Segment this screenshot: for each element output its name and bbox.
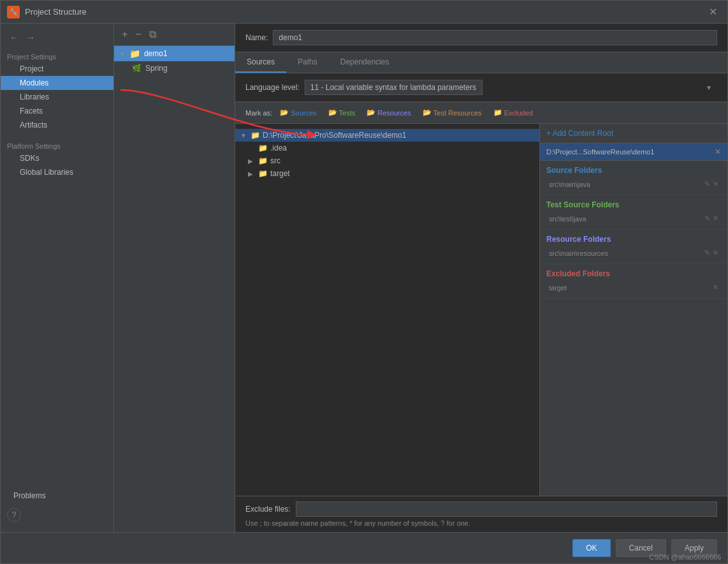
add-content-root-button[interactable]: + Add Content Root [546,129,613,138]
module-item-demo1[interactable]: ▼ 📁 demo1 [114,46,235,61]
tree-item-src-label: src [270,156,280,165]
sidebar-item-sdks[interactable]: SDKs [1,151,113,165]
tree-folder-idea-icon: 📁 [258,144,268,152]
test-source-folders-title: Test Source Folders [546,200,721,209]
tree-item-target[interactable]: ▶ 📁 target [235,167,539,180]
mark-as-label: Mark as: [245,109,272,117]
project-settings-label: Project Settings [1,49,113,62]
tab-paths[interactable]: Paths [286,52,329,73]
tree-item-src[interactable]: ▶ 📁 src [235,154,539,167]
excluded-folder-entry: target ✕ [546,282,721,293]
remove-module-button[interactable]: − [133,27,143,41]
sidebar-item-problems[interactable]: Problems [1,489,113,503]
module-item-label: demo1 [144,49,168,58]
resource-folder-edit-button[interactable]: ✎ [704,249,710,257]
exclude-files-label: Exclude files: [245,505,291,514]
sidebar-item-facets[interactable]: Facets [1,104,113,118]
excluded-folder-remove-button[interactable]: ✕ [713,283,718,292]
tree-folder-root-icon: 📁 [251,131,260,140]
resource-folder-remove-button[interactable]: ✕ [713,249,718,257]
split-area: ▼ 📁 D:\Project\JavaPro\SoftwareReuse\dem… [235,124,727,496]
tree-arrow-target: ▶ [248,170,256,177]
tab-sources[interactable]: Sources [235,52,286,73]
close-button[interactable]: ✕ [705,4,721,19]
exclude-hint: Use ; to separate name patterns, * for a… [245,517,717,527]
module-arrow: ▼ [119,50,126,57]
excluded-folder-path: target [549,284,567,292]
source-folder-actions: ✎ ✕ [704,180,718,188]
info-header: + Add Content Root [540,124,727,144]
title-bar-left: 🔧 Project Structure [7,6,87,19]
mark-tests-button[interactable]: 📂 Tests [324,107,360,118]
tree-item-idea[interactable]: 📁 .idea [235,142,539,154]
tree-folder-target-icon: 📁 [258,169,268,178]
mark-resources-label: Resources [377,109,411,117]
sidebar: ← → Project Settings Project Modules Lib… [1,24,114,532]
mark-sources-button[interactable]: 📂 Sources [276,107,320,118]
footer: OK Cancel Apply [1,532,727,563]
copy-module-button[interactable]: ⧉ [147,27,159,41]
mark-resources-button[interactable]: 📂 Resources [363,107,415,118]
module-toolbar: + − ⧉ [114,24,235,46]
source-folder-remove-button[interactable]: ✕ [713,180,718,188]
info-panel: + Add Content Root D:\Project...Software… [539,124,727,496]
mark-excluded-button[interactable]: 📁 Excluded [490,107,537,118]
name-input[interactable] [273,30,717,45]
sidebar-item-project[interactable]: Project [1,62,113,76]
help-button[interactable]: ? [7,508,21,522]
tree-folder-src-icon: 📁 [258,156,268,165]
name-label: Name: [245,33,268,42]
source-folder-edit-button[interactable]: ✎ [704,180,710,188]
language-level-select-wrap: 11 - Local variable syntax for lambda pa… [305,80,717,95]
test-source-folders-section: Test Source Folders src\test\java ✎ ✕ [540,195,727,230]
tree-item-root-label: D:\Project\JavaPro\SoftwareReuse\demo1 [263,131,406,140]
platform-settings-label: Platform Settings [1,138,113,151]
sidebar-item-modules[interactable]: Modules [1,76,113,90]
exclude-files-input[interactable] [296,501,717,517]
path-close-button[interactable]: ✕ [715,147,721,156]
source-folders-title: Source Folders [546,166,721,175]
back-button[interactable]: ← [7,31,21,44]
file-tree: ▼ 📁 D:\Project\JavaPro\SoftwareReuse\dem… [235,124,539,496]
sources-content: Language level: 11 - Local variable synt… [235,73,727,532]
module-folder-icon: 📁 [129,48,140,59]
resource-folders-title: Resource Folders [546,235,721,244]
sources-folder-icon: 📂 [280,108,289,117]
mark-excluded-label: Excluded [504,109,533,117]
resource-folders-section: Resource Folders src\main\resources ✎ ✕ [540,230,727,264]
sidebar-item-global-libraries[interactable]: Global Libraries [1,165,113,179]
module-subitem-spring[interactable]: 🌿 Spring [114,61,235,75]
source-folder-entry: src\main\java ✎ ✕ [546,179,721,189]
mark-tests-label: Tests [339,109,356,117]
module-panel: + − ⧉ ▼ 📁 demo1 🌿 Spring [114,24,235,532]
tab-dependencies[interactable]: Dependencies [329,52,401,73]
excluded-folders-section: Excluded Folders target ✕ [540,264,727,299]
sidebar-item-libraries[interactable]: Libraries [1,90,113,104]
watermark: CSDN @ahao6666666 [649,553,721,561]
exclude-inner: Exclude files: [245,501,717,517]
resource-folder-actions: ✎ ✕ [704,249,718,257]
tests-folder-icon: 📂 [328,108,337,117]
add-module-button[interactable]: + [119,27,130,41]
resource-folder-entry: src\main\resources ✎ ✕ [546,248,721,258]
forward-button[interactable]: → [24,31,38,44]
project-structure-dialog: 🔧 Project Structure ✕ ← → Project Settin… [0,0,728,564]
name-row: Name: [235,24,727,52]
main-content: ← → Project Settings Project Modules Lib… [1,24,727,532]
tree-arrow-src: ▶ [248,158,256,165]
test-source-folder-edit-button[interactable]: ✎ [704,214,710,223]
ok-button[interactable]: OK [572,539,610,557]
resources-folder-icon: 📂 [367,108,375,117]
sidebar-item-artifacts[interactable]: Artifacts [1,118,113,132]
resource-folder-path: src\main\resources [549,249,608,257]
tree-item-root[interactable]: ▼ 📁 D:\Project\JavaPro\SoftwareReuse\dem… [235,129,539,142]
excluded-folders-title: Excluded Folders [546,269,721,278]
path-row: D:\Project...SoftwareReuse\demo1 ✕ [540,144,727,161]
tree-item-target-label: target [270,169,290,178]
mark-test-resources-button[interactable]: 📂 Test Resources [419,107,486,118]
test-source-folder-remove-button[interactable]: ✕ [713,214,718,223]
language-level-select[interactable]: 11 - Local variable syntax for lambda pa… [305,80,483,95]
test-source-folder-actions: ✎ ✕ [704,214,718,223]
title-bar: 🔧 Project Structure ✕ [1,1,727,24]
test-source-folder-path: src\test\java [549,215,586,223]
